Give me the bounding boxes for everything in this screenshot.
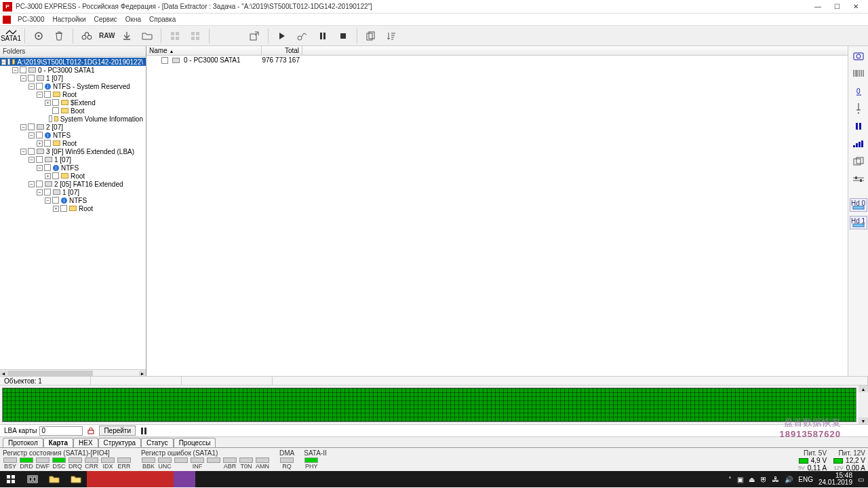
tray-drive-icon[interactable]: ▣ bbox=[737, 476, 743, 483]
tree-item[interactable]: −0 - PC3000 SATA1 bbox=[0, 66, 146, 74]
app-task-3[interactable] bbox=[130, 471, 152, 487]
checkbox[interactable] bbox=[7, 58, 10, 65]
sata-indicator[interactable]: SATA1 bbox=[3, 28, 19, 44]
tool-run-icon[interactable] bbox=[294, 28, 311, 44]
tree-item[interactable]: +Root bbox=[0, 139, 146, 147]
checkbox[interactable] bbox=[49, 115, 52, 122]
checkbox[interactable] bbox=[161, 57, 168, 64]
side-bars-icon[interactable] bbox=[851, 137, 866, 151]
tree-item[interactable]: −Root bbox=[0, 90, 146, 98]
folder-task-icon[interactable] bbox=[65, 471, 87, 487]
raw-label[interactable]: RAW bbox=[99, 32, 115, 39]
checkbox[interactable] bbox=[36, 132, 43, 138]
tool-folder-icon[interactable] bbox=[139, 28, 155, 44]
list-body[interactable]: 0 - PC3000 SATA1 976 773 167 bbox=[146, 56, 848, 376]
toggle-icon[interactable]: − bbox=[37, 92, 43, 98]
explorer-icon[interactable] bbox=[43, 471, 65, 487]
tree-item[interactable]: −1 [07] bbox=[0, 74, 146, 82]
tab-status[interactable]: Статус bbox=[141, 438, 174, 447]
tray-clock[interactable]: 15:48 24.01.2019 bbox=[818, 472, 852, 486]
toggle-icon[interactable]: − bbox=[20, 124, 26, 130]
stop-button[interactable] bbox=[335, 28, 351, 44]
scroll-left-icon[interactable]: ◄ bbox=[0, 371, 7, 376]
toggle-icon[interactable]: − bbox=[28, 132, 35, 138]
checkbox[interactable] bbox=[36, 181, 43, 187]
side-hd1[interactable]: Hd 1 bbox=[850, 216, 867, 229]
tray-vol-icon[interactable]: 🔊 bbox=[785, 476, 793, 483]
tree-item[interactable]: +$Extend bbox=[0, 98, 146, 107]
scroll-down-icon[interactable]: ▼ bbox=[859, 417, 868, 424]
tab-structure[interactable]: Структура bbox=[98, 438, 141, 447]
checkbox[interactable] bbox=[44, 91, 51, 98]
side-barcode-icon[interactable] bbox=[851, 67, 866, 80]
toggle-icon[interactable]: + bbox=[53, 206, 59, 212]
toggle-icon[interactable]: + bbox=[37, 140, 43, 147]
toggle-icon[interactable]: − bbox=[28, 181, 35, 187]
col-name[interactable]: Name ▲ bbox=[146, 46, 262, 55]
side-zero-icon[interactable]: 0 bbox=[851, 84, 866, 98]
side-slider-icon[interactable] bbox=[851, 172, 866, 186]
menu-settings[interactable]: Настройки bbox=[48, 14, 90, 24]
tree-item[interactable]: −2 [05] FAT16 Extended bbox=[0, 180, 146, 188]
checkbox[interactable] bbox=[44, 140, 51, 147]
start-button[interactable] bbox=[0, 471, 22, 487]
menu-service[interactable]: Сервис bbox=[90, 14, 121, 24]
checkbox[interactable] bbox=[36, 156, 43, 163]
side-hd0[interactable]: Hd 0 bbox=[850, 198, 867, 212]
tray-shield-icon[interactable]: ⛨ bbox=[760, 476, 767, 483]
scroll-right-icon[interactable]: ► bbox=[139, 371, 146, 376]
lba-input[interactable] bbox=[39, 426, 83, 436]
tool-binoculars-icon[interactable] bbox=[79, 28, 95, 44]
menu-help[interactable]: Справка bbox=[145, 14, 180, 24]
checkbox[interactable] bbox=[28, 148, 35, 155]
checkbox[interactable] bbox=[28, 75, 35, 81]
tree-root[interactable]: −A:\2019\ST500LT012-1DG142-20190122\ bbox=[0, 58, 146, 66]
tab-protocol[interactable]: Протокол bbox=[3, 438, 43, 447]
tree-item[interactable]: −iNTFS bbox=[0, 196, 146, 204]
tree-item[interactable]: −1 [07] bbox=[0, 155, 146, 164]
app-task-5[interactable] bbox=[174, 471, 195, 487]
checkbox[interactable] bbox=[44, 189, 51, 195]
tool-trash-icon[interactable] bbox=[51, 28, 67, 44]
system-tray[interactable]: ˄ ▣ ⏏ ⛨ 🖧 🔊 ENG 15:48 24.01.2019 ▭ bbox=[728, 472, 868, 486]
tree-item[interactable]: −iNTFS - System Reserved bbox=[0, 82, 146, 90]
checkbox[interactable] bbox=[52, 99, 59, 106]
folder-tree[interactable]: −A:\2019\ST500LT012-1DG142-20190122\ −0 … bbox=[0, 57, 146, 369]
checkbox[interactable] bbox=[52, 107, 59, 114]
tree-item[interactable]: +Root bbox=[0, 204, 146, 212]
tool-gear-icon[interactable] bbox=[31, 28, 47, 44]
minimize-button[interactable]: — bbox=[808, 1, 827, 13]
tray-up-icon[interactable]: ˄ bbox=[728, 476, 732, 483]
side-window-icon[interactable] bbox=[851, 155, 866, 168]
col-total[interactable]: Total bbox=[262, 46, 302, 55]
lba-pause-icon[interactable] bbox=[138, 426, 149, 436]
pause-button[interactable] bbox=[315, 28, 331, 44]
toggle-icon[interactable]: − bbox=[37, 165, 43, 171]
tree-item[interactable]: +Root bbox=[0, 172, 146, 180]
list-row[interactable]: 0 - PC3000 SATA1 976 773 167 bbox=[146, 56, 848, 64]
toggle-icon[interactable]: − bbox=[37, 189, 43, 195]
tray-lang[interactable]: ENG bbox=[798, 476, 813, 483]
checkbox[interactable] bbox=[20, 67, 26, 73]
side-probe-icon[interactable] bbox=[851, 102, 866, 115]
tool-sort-icon[interactable] bbox=[383, 28, 399, 44]
checkbox[interactable] bbox=[52, 172, 59, 179]
play-button[interactable] bbox=[274, 28, 290, 44]
toggle-icon[interactable]: − bbox=[12, 67, 18, 73]
tree-item[interactable]: Boot bbox=[0, 107, 146, 115]
tool-copy-icon[interactable] bbox=[363, 28, 379, 44]
lba-go-button[interactable]: Перейти bbox=[99, 426, 136, 436]
toggle-icon[interactable]: + bbox=[45, 100, 51, 106]
tree-item[interactable]: −3 [0F] Win95 Extended (LBA) bbox=[0, 147, 146, 155]
tree-item[interactable]: −1 [07] bbox=[0, 188, 146, 196]
checkbox[interactable] bbox=[44, 164, 51, 171]
side-disk-icon[interactable] bbox=[851, 49, 866, 62]
tab-processes[interactable]: Процессы bbox=[174, 438, 216, 447]
sector-map[interactable] bbox=[2, 388, 856, 422]
side-pause-icon[interactable] bbox=[851, 119, 866, 133]
menu-windows[interactable]: Окна bbox=[121, 14, 145, 24]
toggle-icon[interactable]: − bbox=[20, 75, 26, 81]
app-task-4[interactable] bbox=[152, 471, 174, 487]
tab-hex[interactable]: HEX bbox=[73, 438, 98, 447]
app-task-1[interactable] bbox=[87, 471, 108, 487]
